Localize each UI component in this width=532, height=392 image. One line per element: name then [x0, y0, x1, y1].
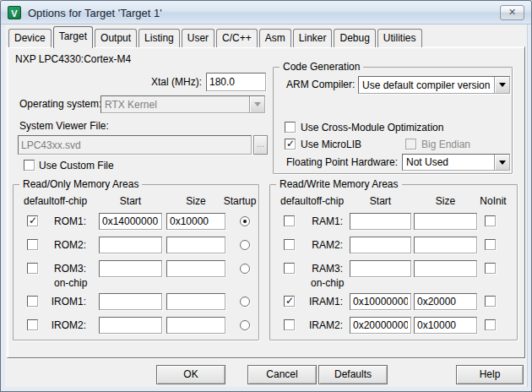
ram1-start-input[interactable]: [350, 213, 411, 230]
ram2-size-input[interactable]: [414, 237, 477, 253]
options-for-target-dialog: V Options for Target 'Target 1' ✕ Device…: [0, 0, 532, 392]
iram2-start-input[interactable]: [350, 317, 411, 334]
chevron-down-icon[interactable]: [494, 77, 509, 93]
tab-debug[interactable]: Debug: [334, 29, 375, 47]
code-generation-title: Code Generation: [280, 61, 363, 73]
irom1-label: IROM1:: [35, 296, 86, 308]
arm-compiler-label: ARM Compiler:: [286, 79, 355, 90]
ok-button[interactable]: OK: [156, 365, 225, 384]
rom2-startup-radio[interactable]: [240, 240, 250, 250]
tab-utilities[interactable]: Utilities: [377, 29, 422, 47]
irom1-startup-radio[interactable]: [240, 297, 250, 307]
ram1-label: RAM1:: [292, 215, 343, 227]
window-title: Options for Target 'Target 1': [28, 7, 162, 19]
use-custom-file-checkbox[interactable]: [24, 160, 35, 171]
ram-header-size: Size: [414, 195, 477, 207]
chevron-down-icon: [249, 96, 264, 112]
operating-system-label: Operating system:: [19, 98, 101, 110]
read-write-memory-title: Read/Write Memory Areas: [276, 178, 402, 190]
big-endian-checkbox: [405, 139, 416, 150]
ram2-start-input[interactable]: [350, 237, 411, 253]
big-endian-label: Big Endian: [421, 139, 470, 150]
rom3-row: ROM3:: [14, 260, 258, 277]
read-write-memory-group: Read/Write Memory Areas default off-chip…: [269, 184, 518, 340]
cross-module-label: Use Cross-Module Optimization: [301, 122, 443, 133]
iram1-start-input[interactable]: [350, 293, 411, 310]
rom1-startup-radio[interactable]: [240, 216, 250, 226]
ram2-noinit-checkbox[interactable]: [485, 239, 496, 250]
rom3-start-input[interactable]: [99, 260, 162, 277]
rom1-start-input[interactable]: [99, 213, 162, 230]
rom-header-default: default: [24, 195, 54, 207]
system-viewer-file-label: System Viewer File:: [19, 120, 109, 132]
irom1-start-input[interactable]: [99, 293, 162, 310]
close-icon: ✕: [508, 7, 516, 17]
iram1-label: IRAM1:: [292, 296, 343, 308]
titlebar[interactable]: V Options for Target 'Target 1' ✕: [1, 1, 531, 24]
tab-output[interactable]: Output: [95, 29, 137, 47]
cross-module-checkbox[interactable]: [285, 122, 296, 133]
ram3-label: RAM3:: [292, 263, 343, 275]
ellipsis-icon: ...: [257, 139, 264, 149]
rom1-size-input[interactable]: [166, 213, 225, 230]
tab-strip: Device Target Output Listing User C/C++ …: [8, 26, 424, 47]
iram2-label: IRAM2:: [292, 319, 343, 331]
read-only-memory-title: Read/Only Memory Areas: [19, 178, 142, 190]
ram3-start-input[interactable]: [350, 260, 411, 277]
cancel-button[interactable]: Cancel: [247, 365, 317, 384]
ram-onchip-label: on-chip: [311, 277, 344, 289]
ram1-size-input[interactable]: [414, 213, 477, 230]
system-viewer-file-input: [18, 135, 252, 155]
ram2-label: RAM2:: [292, 239, 343, 251]
tab-ccpp[interactable]: C/C++: [216, 29, 258, 47]
rom1-row: ROM1:: [14, 213, 258, 230]
rom3-size-input[interactable]: [166, 260, 225, 277]
rom-header-size: Size: [166, 195, 225, 207]
fpu-select[interactable]: Not Used: [402, 154, 510, 171]
rom-header-startup: Startup: [221, 195, 258, 207]
dialog-client-area: Device Target Output Listing User C/C++ …: [5, 24, 528, 387]
chevron-down-icon[interactable]: [494, 155, 509, 170]
tab-user[interactable]: User: [182, 29, 214, 47]
defaults-button[interactable]: Defaults: [318, 365, 388, 384]
tab-listing[interactable]: Listing: [138, 29, 180, 47]
iram2-row: IRAM2:: [270, 317, 517, 334]
rom2-row: ROM2:: [14, 237, 258, 253]
irom1-size-input[interactable]: [166, 293, 225, 310]
tab-linker[interactable]: Linker: [293, 29, 333, 47]
ram1-noinit-checkbox[interactable]: [485, 215, 496, 226]
xtal-input[interactable]: [206, 73, 266, 91]
irom2-size-input[interactable]: [166, 317, 225, 334]
ram3-row: RAM3:: [270, 260, 517, 277]
close-button[interactable]: ✕: [500, 5, 524, 20]
help-button[interactable]: Help: [456, 365, 524, 384]
iram1-size-input[interactable]: [414, 293, 477, 310]
rom2-start-input[interactable]: [99, 237, 162, 253]
rom2-size-input[interactable]: [166, 237, 225, 253]
ram-header-noinit: NoInit: [476, 195, 510, 207]
iram2-size-input[interactable]: [414, 317, 477, 334]
browse-button: ...: [253, 135, 268, 155]
ram3-noinit-checkbox[interactable]: [485, 263, 496, 274]
iram1-noinit-checkbox[interactable]: [485, 296, 496, 307]
tab-device[interactable]: Device: [8, 29, 52, 47]
rom2-label: ROM2:: [35, 239, 86, 251]
irom2-startup-radio[interactable]: [240, 320, 250, 330]
rom1-label: ROM1:: [35, 215, 86, 227]
device-name-label: NXP LPC4330:Cortex-M4: [15, 53, 131, 65]
rom3-startup-radio[interactable]: [240, 264, 250, 274]
irom2-start-input[interactable]: [99, 317, 162, 334]
microlib-checkbox[interactable]: [285, 139, 296, 150]
irom1-row: IROM1:: [14, 293, 258, 310]
xtal-label: Xtal (MHz):: [92, 76, 202, 88]
tab-asm[interactable]: Asm: [259, 29, 291, 47]
tab-target[interactable]: Target: [53, 26, 93, 48]
fpu-value: Not Used: [403, 156, 494, 168]
arm-compiler-value: Use default compiler version: [359, 79, 494, 91]
ram3-size-input[interactable]: [414, 260, 477, 277]
rom3-label: ROM3:: [35, 263, 86, 275]
uvision-icon: V: [8, 6, 21, 19]
arm-compiler-select[interactable]: Use default compiler version: [358, 76, 510, 94]
operating-system-select: RTX Kernel: [100, 95, 265, 113]
iram2-noinit-checkbox[interactable]: [485, 319, 496, 330]
